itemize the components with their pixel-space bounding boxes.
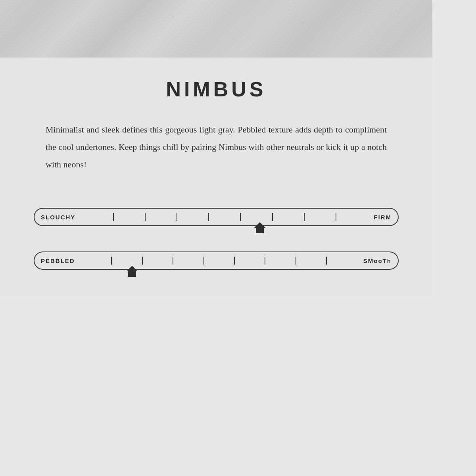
firmness-label-left: SLOUCHY	[35, 214, 82, 221]
tick	[272, 213, 273, 221]
tick	[203, 257, 204, 265]
texture-label-right: SMooTh	[357, 257, 398, 264]
tick	[173, 257, 173, 265]
tick	[208, 213, 209, 221]
product-description: Minimalist and sleek defines this gorgeo…	[46, 121, 387, 173]
tick	[142, 257, 143, 265]
texture-slider-track[interactable]: PEBBLED SMooTh	[34, 251, 399, 270]
tick	[111, 257, 112, 265]
firmness-slider-pill: SLOUCHY FIRM	[34, 208, 399, 226]
main-content: NIMBUS Minimalist and sleek defines this…	[0, 58, 432, 296]
firmness-slider-row: SLOUCHY FIRM	[34, 205, 399, 229]
tick	[336, 213, 336, 221]
texture-slider-pill: PEBBLED SMooTh	[34, 251, 399, 270]
texture-label-left: PEBBLED	[35, 257, 81, 264]
tick	[265, 257, 265, 265]
tick	[177, 213, 177, 221]
firmness-slider-track[interactable]: SLOUCHY FIRM	[34, 208, 399, 226]
tick	[304, 213, 305, 221]
tick	[240, 213, 241, 221]
texture-ticks	[81, 252, 357, 269]
product-title: NIMBUS	[166, 77, 266, 101]
tick	[326, 257, 327, 265]
tick	[145, 213, 146, 221]
sliders-container: SLOUCHY FIRM	[34, 205, 399, 273]
tick	[234, 257, 235, 265]
tick	[296, 257, 296, 265]
tick	[113, 213, 114, 221]
firmness-ticks	[82, 209, 367, 225]
firmness-label-right: FIRM	[367, 214, 398, 221]
texture-header	[0, 0, 432, 58]
texture-slider-row: PEBBLED SMooTh	[34, 249, 399, 273]
